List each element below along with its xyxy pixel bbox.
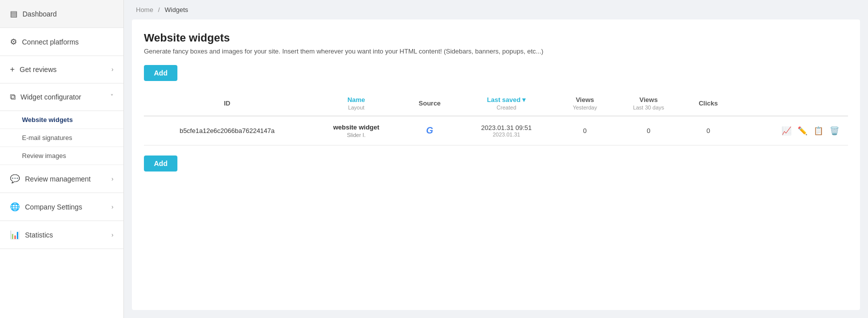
globe-icon: 🌐 xyxy=(10,202,20,212)
widget-views-yesterday: 0 xyxy=(556,116,614,146)
col-name[interactable]: Name Layout xyxy=(310,91,402,116)
widgets-table: ID Name Layout Source Last saved ▾ Creat… xyxy=(144,91,848,146)
google-icon: G xyxy=(424,125,436,137)
col-views-30days: Views Last 30 days xyxy=(614,91,683,116)
page-description: Generate fancy boxes and images for your… xyxy=(144,48,848,55)
breadcrumb: Home / Widgets xyxy=(124,0,868,20)
chevron-right-icon: › xyxy=(111,232,113,238)
add-button-bottom[interactable]: Add xyxy=(144,156,177,172)
page-card: Website widgets Generate fancy boxes and… xyxy=(132,20,860,310)
action-icons: 📈 ✏️ 📋 🗑️ xyxy=(741,124,841,137)
sub-item-label: Review images xyxy=(22,152,66,160)
sidebar-item-company-settings[interactable]: 🌐 Company Settings › xyxy=(0,193,123,221)
delete-action-button[interactable]: 🗑️ xyxy=(828,124,841,137)
chevron-right-icon: › xyxy=(111,204,113,210)
table-row: b5cfe1a12e6c2066ba76224147a website widg… xyxy=(144,116,848,146)
puzzle-icon: ⧉ xyxy=(10,92,15,102)
sidebar-item-label: Review management xyxy=(25,175,91,183)
widget-source: G xyxy=(402,116,457,146)
col-last-saved[interactable]: Last saved ▾ Created xyxy=(457,91,556,116)
connect-icon: ⚙ xyxy=(10,37,17,46)
sidebar-sub-item-website-widgets[interactable]: Website widgets xyxy=(0,111,123,129)
sidebar-item-label: Connect platforms xyxy=(22,38,79,46)
chat-icon: 💬 xyxy=(10,174,20,184)
sidebar-item-label: Company Settings xyxy=(25,203,82,211)
col-actions xyxy=(734,91,848,116)
sidebar-item-label: Get reviews xyxy=(19,66,56,74)
col-clicks: Clicks xyxy=(683,91,734,116)
sidebar-item-review-management[interactable]: 💬 Review management › xyxy=(0,165,123,193)
sidebar-item-label: Statistics xyxy=(25,231,53,239)
widget-name: website widget xyxy=(317,124,395,131)
bottom-add-section: Add xyxy=(144,156,848,182)
sidebar-item-dashboard[interactable]: ▤ Dashboard xyxy=(0,0,123,28)
widget-views-30days: 0 xyxy=(614,116,683,146)
sub-item-label: Website widgets xyxy=(22,116,73,124)
widget-actions: 📈 ✏️ 📋 🗑️ xyxy=(734,116,848,146)
edit-action-button[interactable]: ✏️ xyxy=(796,124,809,137)
col-views-yesterday: Views Yesterday xyxy=(556,91,614,116)
sub-item-label: E-mail signatures xyxy=(22,134,72,142)
sidebar-item-label: Dashboard xyxy=(22,10,57,18)
chevron-right-icon: › xyxy=(111,66,113,73)
sidebar-item-connect-platforms[interactable]: ⚙ Connect platforms xyxy=(0,28,123,56)
sidebar: ▤ Dashboard ⚙ Connect platforms + Get re… xyxy=(0,0,124,318)
sidebar-item-label: Widget configurator xyxy=(20,93,81,101)
widget-id: b5cfe1a12e6c2066ba76224147a xyxy=(144,116,310,146)
dashboard-icon: ▤ xyxy=(10,9,17,18)
col-id: ID xyxy=(144,91,310,116)
add-button-top[interactable]: Add xyxy=(144,65,177,81)
chevron-right-icon: › xyxy=(111,176,113,182)
col-source: Source xyxy=(402,91,457,116)
copy-action-button[interactable]: 📋 xyxy=(812,124,825,137)
sidebar-item-widget-configurator[interactable]: ⧉ Widget configurator ˅ xyxy=(0,84,123,111)
sidebar-item-get-reviews[interactable]: + Get reviews › xyxy=(0,56,123,84)
main-content: Home / Widgets Website widgets Generate … xyxy=(124,0,868,318)
page-title: Website widgets xyxy=(144,32,848,44)
widget-last-saved: 2023.01.31 09:51 2023.01.31 xyxy=(457,116,556,146)
breadcrumb-home[interactable]: Home xyxy=(136,6,153,14)
widget-clicks: 0 xyxy=(683,116,734,146)
breadcrumb-current: Widgets xyxy=(165,6,188,14)
widget-name-cell: website widget Slider I. xyxy=(310,116,402,146)
widget-layout: Slider I. xyxy=(317,132,395,138)
chevron-down-icon: ˅ xyxy=(110,94,113,100)
sidebar-item-statistics[interactable]: 📊 Statistics › xyxy=(0,221,123,249)
chart-action-button[interactable]: 📈 xyxy=(780,124,793,137)
chart-icon: 📊 xyxy=(10,230,20,240)
breadcrumb-separator: / xyxy=(158,6,160,14)
plus-icon: + xyxy=(10,65,14,74)
table-header-row: ID Name Layout Source Last saved ▾ Creat… xyxy=(144,91,848,116)
sidebar-sub-item-review-images[interactable]: Review images xyxy=(0,147,123,165)
sidebar-sub-item-email-signatures[interactable]: E-mail signatures xyxy=(0,129,123,147)
